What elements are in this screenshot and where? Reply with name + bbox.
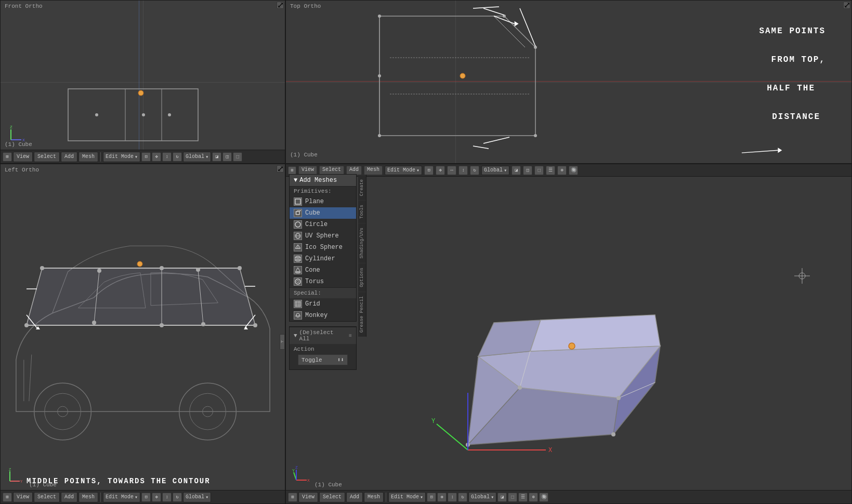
user-tool1[interactable]: ⊡ — [424, 166, 434, 175]
left-view-icon[interactable]: ⊞ — [3, 493, 12, 502]
user-tool2[interactable]: ✥ — [436, 166, 445, 175]
mesh-item-icosphere[interactable]: Ico Sphere — [290, 242, 356, 253]
svg-line-12 — [504, 16, 535, 47]
torus-icon — [294, 277, 302, 286]
left-tool3[interactable]: ↕ — [162, 493, 172, 502]
front-select-btn[interactable]: Select — [34, 152, 60, 162]
user-mode-dropdown[interactable]: Edit Mode ▾ — [385, 166, 422, 175]
tab-shading[interactable]: Shading/UVs — [358, 223, 366, 262]
mesh-item-monkey[interactable]: Monkey — [290, 310, 356, 321]
user-view-bottom-btn[interactable]: View — [298, 492, 318, 502]
tab-create[interactable]: Create — [358, 175, 366, 200]
deselect-options-icon[interactable]: ≡ — [349, 333, 352, 339]
user-toolbar-icon[interactable]: ⊞ — [288, 493, 297, 502]
user-mesh-btn[interactable]: Mesh — [364, 166, 383, 175]
svg-rect-84 — [295, 199, 300, 204]
user-bottom-tool2[interactable]: ✥ — [437, 493, 447, 502]
tab-options[interactable]: Options — [358, 263, 366, 291]
front-global-dropdown[interactable]: Global ▾ — [183, 152, 211, 162]
tool2[interactable]: ✥ — [152, 152, 161, 162]
user-bottom-tool7[interactable]: ☰ — [518, 493, 528, 502]
svg-marker-28 — [778, 148, 782, 153]
tab-grease[interactable]: Grease Pencil — [358, 291, 366, 337]
viewport-front[interactable]: Front Ortho X Z — [0, 0, 285, 164]
front-corner-icon[interactable]: ⤢ — [277, 2, 284, 9]
mesh-item-torus[interactable]: Torus — [290, 276, 356, 287]
special-header: Special: — [290, 287, 356, 298]
tool3[interactable]: ↕ — [162, 152, 172, 162]
svg-point-68 — [611, 432, 615, 436]
viewport-top[interactable]: Top Ortho — [285, 0, 852, 164]
mesh-item-uvsphere[interactable]: UV Sphere — [290, 230, 356, 242]
user-tool3[interactable]: ↔ — [447, 166, 456, 175]
svg-point-18 — [534, 134, 537, 137]
svg-text:Y: Y — [20, 480, 23, 484]
tool5[interactable]: ◪ — [212, 152, 221, 162]
svg-point-65 — [518, 386, 522, 390]
mesh-item-cylinder[interactable]: Cylinder — [290, 253, 356, 264]
user-select-btn[interactable]: Select — [319, 166, 344, 175]
top-corner-icon[interactable]: ⤢ — [843, 2, 850, 9]
cube-icon — [294, 209, 302, 217]
user-header-icon[interactable]: ⊞ — [288, 166, 296, 175]
mesh-item-plane[interactable]: Plane — [290, 196, 356, 207]
user-tool10[interactable]: ⊕ — [557, 166, 567, 175]
mesh-item-circle[interactable]: Circle — [290, 219, 356, 230]
user-bottom-tool4[interactable]: ↻ — [458, 493, 467, 502]
user-bottom-tool6[interactable]: ⬚ — [508, 493, 517, 502]
left-mesh-btn[interactable]: Mesh — [78, 492, 98, 502]
tool7[interactable]: ⬚ — [233, 152, 242, 162]
left-view-btn[interactable]: View — [13, 492, 33, 502]
viewport-user[interactable]: ⊞ View Select Add Mesh Edit Mode ▾ ⊡ ✥ ↔… — [285, 164, 852, 504]
user-bottom-tool5[interactable]: ◪ — [497, 493, 507, 502]
panel-collapse-icon[interactable]: ▼ — [294, 177, 297, 184]
viewport-left[interactable]: Left Ortho — [0, 164, 285, 504]
left-tool1[interactable]: ⊡ — [141, 493, 151, 502]
view-icon[interactable]: ⊞ — [3, 152, 12, 162]
deselect-header[interactable]: ▼ (De)select All ≡ — [290, 327, 356, 344]
top-ortho-label: Top Ortho — [290, 3, 321, 9]
add-meshes-header: ▼ Add Meshes — [290, 175, 356, 187]
user-mode-bottom[interactable]: Edit Mode ▾ — [388, 492, 426, 502]
tool4[interactable]: ↻ — [173, 152, 182, 162]
user-add-bottom-btn[interactable]: Add — [346, 492, 363, 502]
left-expand-handle[interactable]: ⊢ — [280, 334, 285, 350]
user-bottom-tool1[interactable]: ⊡ — [427, 493, 436, 502]
user-bottom-tool9[interactable]: 🔘 — [539, 493, 548, 502]
user-mesh-bottom-btn[interactable]: Mesh — [364, 492, 384, 502]
tool1[interactable]: ⊡ — [141, 152, 151, 162]
left-global-dropdown[interactable]: Global ▾ — [183, 492, 211, 502]
tab-tools[interactable]: Tools — [358, 200, 366, 223]
user-tool11[interactable]: 🔘 — [569, 166, 578, 175]
front-add-btn[interactable]: Add — [61, 152, 77, 162]
user-global-dropdown[interactable]: Global ▾ — [481, 166, 509, 175]
left-tool4[interactable]: ↻ — [173, 493, 182, 502]
user-bottom-tool3[interactable]: ↕ — [448, 493, 457, 502]
front-mode-dropdown[interactable]: Edit Mode ▾ — [103, 152, 140, 162]
mesh-item-cube[interactable]: Cube — [290, 207, 356, 219]
monkey-label: Monkey — [305, 312, 327, 319]
deselect-collapse-icon[interactable]: ▼ — [294, 333, 297, 339]
user-tool5[interactable]: ↻ — [470, 166, 479, 175]
mesh-item-cone[interactable]: Cone — [290, 264, 356, 276]
user-bottom-tool8[interactable]: ⊕ — [529, 493, 538, 502]
left-mode-dropdown[interactable]: Edit Mode ▾ — [103, 492, 140, 502]
user-select-bottom-btn[interactable]: Select — [319, 492, 345, 502]
front-view-btn[interactable]: View — [13, 152, 33, 162]
user-global-bottom[interactable]: Global ▾ — [468, 492, 496, 502]
front-mesh-btn[interactable]: Mesh — [78, 152, 98, 162]
user-view-btn[interactable]: View — [298, 166, 317, 175]
tool6[interactable]: ◫ — [222, 152, 232, 162]
user-tool7[interactable]: ◫ — [523, 166, 532, 175]
left-select-btn[interactable]: Select — [34, 492, 60, 502]
user-add-btn[interactable]: Add — [346, 166, 362, 175]
user-tool8[interactable]: ⬚ — [534, 166, 544, 175]
left-add-btn[interactable]: Add — [61, 492, 77, 502]
mesh-item-grid[interactable]: Grid — [290, 298, 356, 310]
user-tool9[interactable]: ☰ — [546, 166, 555, 175]
user-tool4[interactable]: ↕ — [458, 166, 468, 175]
user-tool6[interactable]: ◪ — [512, 166, 521, 175]
action-dropdown[interactable]: Toggle ⬆⬇ — [298, 354, 348, 365]
left-tool2[interactable]: ✥ — [152, 493, 161, 502]
left-corner-icon[interactable]: ⤢ — [277, 165, 284, 173]
